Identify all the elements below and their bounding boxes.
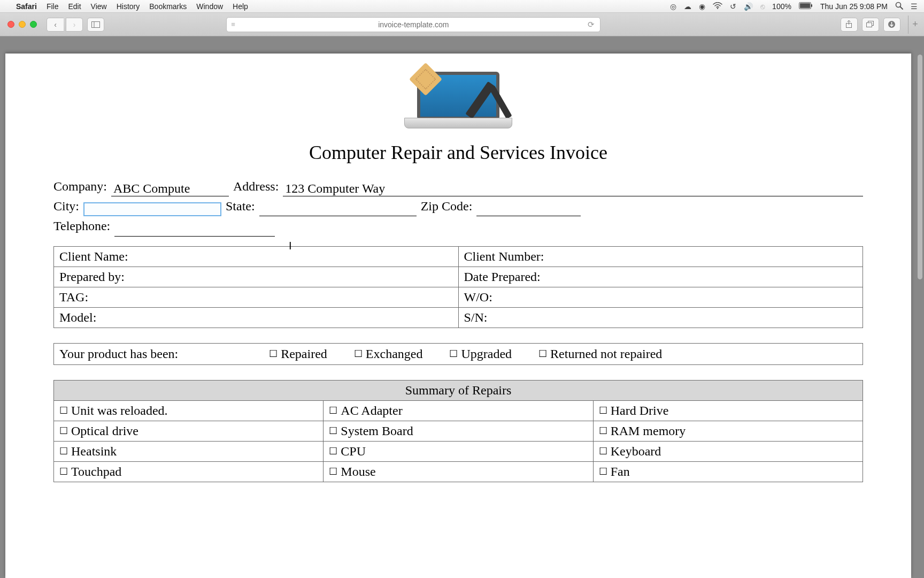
back-button[interactable]: ‹ [47,18,64,32]
clock[interactable]: Thu Jun 25 9:08 PM [820,2,888,11]
summary-header-row: Summary of Repairs [54,380,863,400]
menu-help[interactable]: Help [233,2,248,11]
option-repaired[interactable]: ☐Repaired [269,347,327,361]
share-button[interactable] [841,18,858,32]
svg-rect-2 [800,3,810,8]
zip-input[interactable] [476,201,581,216]
repair-item[interactable]: ☐Heatsink [54,441,324,461]
model-cell[interactable]: Model: [54,307,459,328]
table-row: ☐Unit was reloaded. ☐AC Adapter ☐Hard Dr… [54,400,863,421]
macos-menubar: Safari File Edit View History Bookmarks … [0,0,924,13]
repair-item[interactable]: ☐System Board [324,421,593,441]
menu-window[interactable]: Window [196,2,223,11]
svg-rect-11 [867,23,872,27]
url-text: invoice-template.com [378,20,449,29]
svg-rect-3 [811,4,812,7]
repair-item[interactable]: ☐Unit was reloaded. [54,400,324,421]
address-input[interactable] [283,181,863,196]
siri-icon[interactable]: ◎ [670,2,676,11]
repair-item[interactable]: ☐Optical drive [54,421,324,441]
scrollbar-thumb[interactable] [918,55,922,279]
text-cursor-icon: I [289,240,863,245]
menu-history[interactable]: History [117,2,140,11]
sidebar-button[interactable] [87,18,104,32]
document-title: Computer Repair and Services Invoice [53,141,863,164]
wifi-icon[interactable] [713,2,722,11]
volume-icon[interactable]: 🔊 [744,2,753,11]
address-bar[interactable]: ≡ invoice-template.com ⟳ [226,17,600,32]
record-icon[interactable]: ◉ [699,2,705,11]
address-label: Address: [233,177,279,196]
reload-icon[interactable]: ⟳ [588,20,595,29]
close-button[interactable] [7,21,14,28]
table-row: Prepared by: Date Prepared: [54,267,863,287]
window-controls [7,21,37,28]
zip-label: Zip Code: [421,196,473,216]
svg-rect-6 [92,21,100,27]
menu-bookmarks[interactable]: Bookmarks [149,2,187,11]
option-exchanged[interactable]: ☐Exchanged [354,347,423,361]
prepared-by-cell[interactable]: Prepared by: [54,267,459,287]
battery-percent: 100% [772,2,791,11]
battery-icon[interactable] [799,2,813,11]
table-row: ☐Heatsink ☐CPU ☐Keyboard [54,441,863,461]
option-upgraded[interactable]: ☐Upgraded [449,347,512,361]
downloads-button[interactable] [883,18,900,32]
wo-cell[interactable]: W/O: [458,287,863,307]
forward-button[interactable]: › [66,18,83,32]
table-row: Client Name: Client Number: [54,246,863,267]
menu-file[interactable]: File [47,2,59,11]
repair-item[interactable]: ☐Fan [593,461,863,482]
invoice-document: Computer Repair and Services Invoice Com… [5,54,911,578]
product-status-label: Your product has been: [59,347,178,361]
notification-center-icon[interactable]: ☰ [911,2,918,11]
menu-edit[interactable]: Edit [68,2,81,11]
repair-item[interactable]: ☐Hard Drive [593,400,863,421]
company-input[interactable] [111,181,229,196]
company-label: Company: [53,177,107,196]
repair-item[interactable]: ☐Keyboard [593,441,863,461]
table-row: TAG: W/O: [54,287,863,307]
svg-line-5 [900,6,903,9]
maximize-button[interactable] [30,21,37,28]
table-row: Model: S/N: [54,307,863,328]
tag-cell[interactable]: TAG: [54,287,459,307]
city-input[interactable] [83,202,221,216]
option-returned[interactable]: ☐Returned not repaired [538,347,662,361]
client-number-cell[interactable]: Client Number: [458,246,863,267]
bluetooth-icon[interactable]: ⎋ [760,2,765,11]
minimize-button[interactable] [19,21,26,28]
tabs-button[interactable] [862,18,879,32]
reader-icon[interactable]: ≡ [231,20,235,28]
repair-item[interactable]: ☐RAM memory [593,421,863,441]
repair-item[interactable]: ☐AC Adapter [324,400,593,421]
menu-view[interactable]: View [91,2,107,11]
repair-item[interactable]: ☐CPU [324,441,593,461]
cloud-icon[interactable]: ☁ [684,2,691,11]
sn-cell[interactable]: S/N: [458,307,863,328]
client-info-table: Client Name: Client Number: Prepared by:… [53,246,863,328]
repair-item[interactable]: ☐Mouse [324,461,593,482]
timemachine-icon[interactable]: ↺ [730,2,736,11]
product-status-row: Your product has been: ☐Repaired ☐Exchan… [53,343,863,365]
state-input[interactable] [259,201,417,216]
browser-viewport: Computer Repair and Services Invoice Com… [0,36,924,578]
client-name-cell[interactable]: Client Name: [54,246,459,267]
date-prepared-cell[interactable]: Date Prepared: [458,267,863,287]
repair-item[interactable]: ☐Touchpad [54,461,324,482]
telephone-input[interactable] [114,222,275,237]
table-row: ☐Touchpad ☐Mouse ☐Fan [54,461,863,482]
state-label: State: [226,196,255,216]
invoice-logo [53,70,863,134]
new-tab-button[interactable]: + [908,16,919,34]
telephone-label: Telephone: [53,216,110,236]
app-name[interactable]: Safari [16,2,37,11]
scrollbar[interactable] [916,54,924,578]
spotlight-icon[interactable] [895,2,903,11]
svg-point-0 [717,7,718,9]
city-label: City: [53,196,79,216]
summary-table: Summary of Repairs ☐Unit was reloaded. ☐… [53,380,863,482]
safari-toolbar: ‹ › ≡ invoice-template.com ⟳ + [0,13,924,36]
tools-icon [465,77,507,124]
table-row: ☐Optical drive ☐System Board ☐RAM memory [54,421,863,441]
